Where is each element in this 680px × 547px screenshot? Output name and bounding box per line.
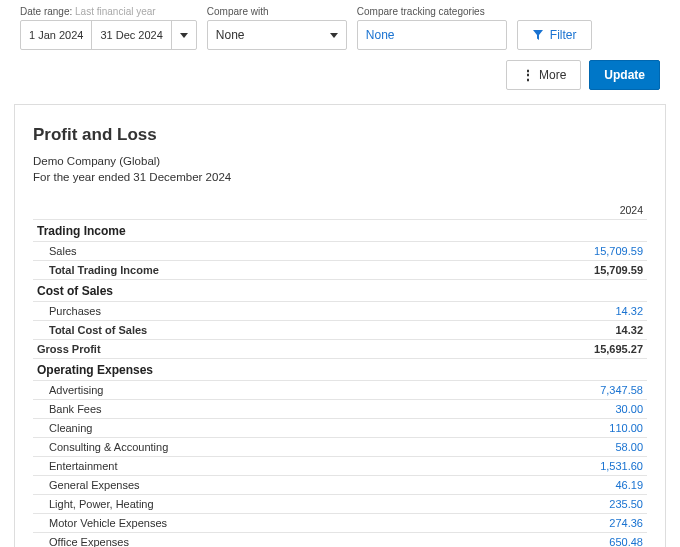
- row-value[interactable]: 15,709.59: [557, 242, 647, 261]
- row-value[interactable]: 46.19: [557, 476, 647, 495]
- row-value[interactable]: 58.00: [557, 438, 647, 457]
- compare-with-value: None: [216, 28, 245, 42]
- row-value[interactable]: 235.50: [557, 495, 647, 514]
- value-link[interactable]: 110.00: [609, 422, 643, 434]
- row-value[interactable]: 1,531.60: [557, 457, 647, 476]
- date-range-picker[interactable]: 1 Jan 2024 31 Dec 2024: [20, 20, 197, 50]
- value-link[interactable]: 46.19: [615, 479, 643, 491]
- row-name: Cleaning: [33, 419, 557, 438]
- value-link[interactable]: 274.36: [609, 517, 643, 529]
- chevron-down-icon: [180, 33, 188, 38]
- date-range-caret[interactable]: [172, 33, 196, 38]
- compare-with-select[interactable]: None: [207, 20, 347, 50]
- section-heading: Cost of Sales: [33, 280, 647, 302]
- row-value[interactable]: 14.32: [557, 302, 647, 321]
- chevron-down-icon: [330, 33, 338, 38]
- row-value: 15,695.27: [557, 340, 647, 359]
- report-panel: Profit and Loss Demo Company (Global) Fo…: [14, 104, 666, 547]
- value-link[interactable]: 58.00: [615, 441, 643, 453]
- compare-tracking-label: Compare tracking categories: [357, 6, 507, 17]
- value-link[interactable]: 650.48: [609, 536, 643, 547]
- row-name: General Expenses: [33, 476, 557, 495]
- row-name: Light, Power, Heating: [33, 495, 557, 514]
- row-name: Office Expenses: [33, 533, 557, 548]
- table-row: Sales15,709.59: [33, 242, 647, 261]
- value-link[interactable]: 14.32: [615, 305, 643, 317]
- compare-tracking-select[interactable]: None: [357, 20, 507, 50]
- value-link[interactable]: 7,347.58: [600, 384, 643, 396]
- column-year: 2024: [557, 201, 647, 220]
- section-heading: Operating Expenses: [33, 359, 647, 381]
- filter-label: Filter: [550, 28, 577, 42]
- compare-with-label: Compare with: [207, 6, 347, 17]
- table-row: Advertising7,347.58: [33, 381, 647, 400]
- report-title: Profit and Loss: [33, 125, 647, 145]
- report-period: For the year ended 31 December 2024: [33, 171, 647, 183]
- report-company: Demo Company (Global): [33, 155, 647, 167]
- table-row: Office Expenses650.48: [33, 533, 647, 548]
- table-row: Total Cost of Sales14.32: [33, 321, 647, 340]
- update-label: Update: [604, 68, 645, 82]
- row-name: Motor Vehicle Expenses: [33, 514, 557, 533]
- date-to[interactable]: 31 Dec 2024: [92, 20, 171, 50]
- table-row: Light, Power, Heating235.50: [33, 495, 647, 514]
- table-row: Motor Vehicle Expenses274.36: [33, 514, 647, 533]
- date-range-label: Date range: Last financial year: [20, 6, 197, 17]
- more-button[interactable]: ⋮ More: [506, 60, 581, 90]
- row-value[interactable]: 30.00: [557, 400, 647, 419]
- date-range-group: Date range: Last financial year 1 Jan 20…: [20, 6, 197, 50]
- table-row: Total Trading Income15,709.59: [33, 261, 647, 280]
- compare-with-group: Compare with None: [207, 6, 347, 50]
- more-label: More: [539, 68, 566, 82]
- update-button[interactable]: Update: [589, 60, 660, 90]
- row-name: Purchases: [33, 302, 557, 321]
- row-name: Total Trading Income: [33, 261, 557, 280]
- table-row: Gross Profit15,695.27: [33, 340, 647, 359]
- table-row: Consulting & Accounting58.00: [33, 438, 647, 457]
- more-icon: ⋮: [521, 68, 533, 82]
- section-heading: Trading Income: [33, 220, 647, 242]
- value-link[interactable]: 1,531.60: [600, 460, 643, 472]
- row-name: Total Cost of Sales: [33, 321, 557, 340]
- row-value: 15,709.59: [557, 261, 647, 280]
- row-name: Entertainment: [33, 457, 557, 476]
- compare-tracking-value: None: [366, 28, 395, 42]
- table-row: Entertainment1,531.60: [33, 457, 647, 476]
- row-value[interactable]: 650.48: [557, 533, 647, 548]
- row-value: 14.32: [557, 321, 647, 340]
- value-link[interactable]: 30.00: [615, 403, 643, 415]
- report-actions: ⋮ More Update: [0, 60, 680, 104]
- row-name: Consulting & Accounting: [33, 438, 557, 457]
- filter-button[interactable]: Filter: [517, 20, 592, 50]
- report-toolbar: Date range: Last financial year 1 Jan 20…: [0, 0, 680, 60]
- filter-icon: [532, 29, 544, 41]
- date-from[interactable]: 1 Jan 2024: [21, 20, 92, 50]
- table-row: Bank Fees30.00: [33, 400, 647, 419]
- value-link[interactable]: 235.50: [609, 498, 643, 510]
- table-row: General Expenses46.19: [33, 476, 647, 495]
- row-value[interactable]: 7,347.58: [557, 381, 647, 400]
- row-value[interactable]: 274.36: [557, 514, 647, 533]
- value-link[interactable]: 15,709.59: [594, 245, 643, 257]
- compare-tracking-group: Compare tracking categories None: [357, 6, 507, 50]
- table-row: Purchases14.32: [33, 302, 647, 321]
- row-name: Sales: [33, 242, 557, 261]
- row-name: Bank Fees: [33, 400, 557, 419]
- row-name: Gross Profit: [33, 340, 557, 359]
- table-row: Cleaning110.00: [33, 419, 647, 438]
- row-value[interactable]: 110.00: [557, 419, 647, 438]
- profit-loss-table: 2024 Trading IncomeSales15,709.59Total T…: [33, 201, 647, 547]
- filter-group: Filter: [517, 6, 592, 50]
- row-name: Advertising: [33, 381, 557, 400]
